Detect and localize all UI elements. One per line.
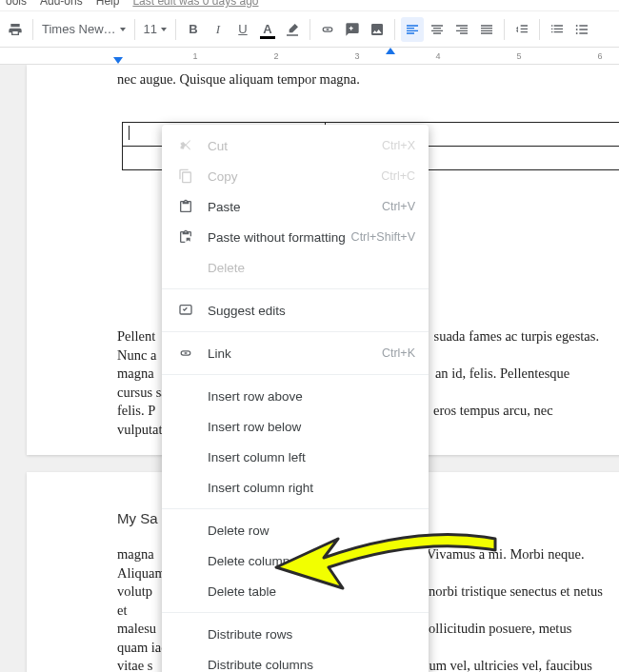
align-left-button[interactable] [401,17,424,42]
align-justify-button[interactable] [475,17,498,42]
ctx-delete: Delete [162,252,429,283]
toolbar-separator [310,19,310,40]
cut-icon [175,138,196,153]
ruler-tick: 1 [192,51,197,61]
menu-separator [162,331,429,332]
toolbar-separator [175,19,176,40]
ctx-link[interactable]: Link Ctrl+K [162,338,429,368]
menu-separator [162,374,429,375]
ctx-delete-table[interactable]: Delete table [162,576,429,606]
ctx-delete-row[interactable]: Delete row [162,515,429,545]
bulleted-list-button[interactable] [570,17,593,42]
bold-button[interactable]: B [182,17,205,42]
toolbar: Times New… 11 B I U A [0,11,619,48]
ruler-indent-marker[interactable] [113,57,123,64]
toolbar-separator [32,19,33,40]
copy-icon [175,168,196,184]
font-size: 11 [144,22,157,36]
fontsize-dropdown[interactable]: 11 [141,17,170,42]
menu-separator [162,612,429,613]
chevron-down-icon [120,28,126,31]
toolbar-separator [394,19,395,40]
font-name: Times New… [42,22,116,36]
ctx-delete-column[interactable]: Delete column [162,545,429,576]
ruler-tick: 5 [516,51,521,61]
menubar: ools Add-ons Help Last edit was 0 days a… [0,0,619,11]
text-cursor [129,126,130,140]
toolbar-separator [539,19,540,40]
ctx-insert-column-left[interactable]: Insert column left [162,442,429,472]
insert-image-button[interactable] [366,17,389,42]
menu-tools[interactable]: ools [6,0,27,8]
font-dropdown[interactable]: Times New… [39,17,129,42]
ctx-cut: Cut Ctrl+X [162,130,429,161]
menu-separator [162,508,429,509]
svg-point-1 [576,29,578,30]
ruler-tab-marker[interactable] [386,48,395,54]
ctx-insert-row-above[interactable]: Insert row above [162,381,429,411]
text-color-button[interactable]: A [256,17,279,42]
add-comment-button[interactable] [341,17,364,42]
last-edit-link[interactable]: Last edit was 0 days ago [132,0,258,8]
print-button[interactable] [4,17,27,42]
paste-icon [175,199,196,214]
color-underline [260,36,275,39]
link-icon [175,346,196,361]
suggest-icon [175,303,196,318]
ctx-distribute-columns[interactable]: Distribute columns [162,649,429,672]
body-text[interactable]: nec augue. Quisque aliquam tempor magna. [27,65,619,89]
italic-button[interactable]: I [207,17,230,42]
underline-button[interactable]: U [231,17,254,42]
menu-addons[interactable]: Add-ons [40,0,83,8]
menu-help[interactable]: Help [96,0,120,8]
align-right-button[interactable] [450,17,473,42]
ctx-paste-without-formatting[interactable]: Paste without formatting Ctrl+Shift+V [162,222,429,252]
chevron-down-icon [161,28,167,31]
ctx-copy: Copy Ctrl+C [162,161,429,191]
svg-point-2 [576,32,578,34]
context-menu: Cut Ctrl+X Copy Ctrl+C Paste Ctrl+V Past… [162,125,429,672]
ruler-tick: 6 [597,51,602,61]
ruler-tick: 3 [354,51,359,61]
align-center-button[interactable] [426,17,449,42]
toolbar-separator [504,19,505,40]
menu-separator [162,288,429,289]
ctx-distribute-rows[interactable]: Distribute rows [162,619,429,649]
toolbar-separator [134,19,135,40]
ruler-tick: 4 [435,51,440,61]
numbered-list-button[interactable] [546,17,569,42]
insert-link-button[interactable] [316,17,339,42]
line-spacing-button[interactable] [510,17,533,42]
ctx-insert-row-below[interactable]: Insert row below [162,411,429,442]
ctx-paste[interactable]: Paste Ctrl+V [162,191,429,222]
highlight-button[interactable] [281,17,304,42]
paste-plain-icon [175,229,196,245]
ctx-insert-column-right[interactable]: Insert column right [162,472,429,503]
svg-point-0 [576,25,578,27]
ctx-suggest-edits[interactable]: Suggest edits [162,295,429,326]
ruler-tick: 2 [273,51,278,61]
ruler[interactable]: 123456 [0,48,619,65]
